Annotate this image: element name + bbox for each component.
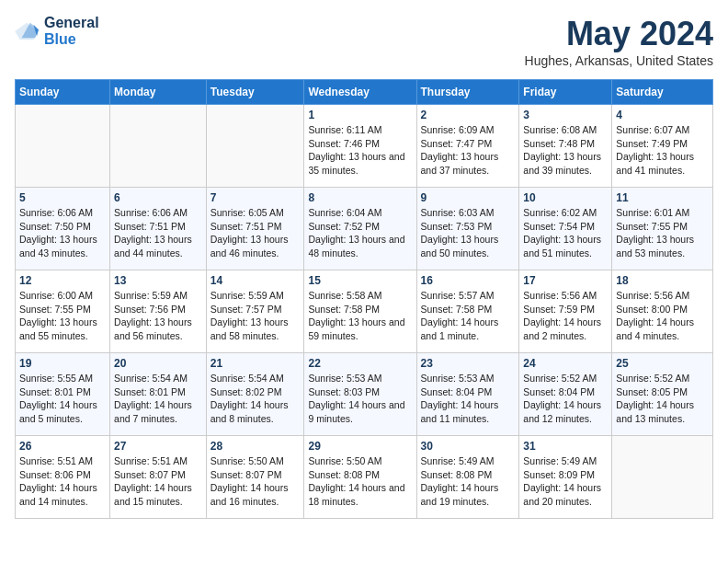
- table-row: 7Sunrise: 6:05 AM Sunset: 7:51 PM Daylig…: [206, 188, 304, 270]
- day-info: Sunrise: 5:49 AM Sunset: 8:08 PM Dayligh…: [421, 454, 516, 509]
- day-number: 24: [523, 357, 608, 370]
- table-row: 10Sunrise: 6:02 AM Sunset: 7:54 PM Dayli…: [519, 188, 612, 270]
- calendar-header: Sunday Monday Tuesday Wednesday Thursday…: [16, 80, 713, 105]
- day-number: 16: [421, 274, 516, 287]
- calendar-body: 1Sunrise: 6:11 AM Sunset: 7:46 PM Daylig…: [16, 105, 713, 519]
- logo-general: General: [44, 15, 99, 30]
- table-row: 26Sunrise: 5:51 AM Sunset: 8:06 PM Dayli…: [16, 436, 110, 519]
- table-row: 20Sunrise: 5:54 AM Sunset: 8:01 PM Dayli…: [110, 353, 207, 436]
- logo-blue: Blue: [44, 31, 76, 47]
- day-number: 21: [210, 357, 301, 370]
- day-info: Sunrise: 6:04 AM Sunset: 7:52 PM Dayligh…: [308, 206, 412, 260]
- day-info: Sunrise: 6:03 AM Sunset: 7:53 PM Dayligh…: [421, 206, 516, 260]
- logo-icon: [15, 21, 40, 41]
- table-row: 18Sunrise: 5:56 AM Sunset: 8:00 PM Dayli…: [612, 270, 713, 353]
- table-row: 23Sunrise: 5:53 AM Sunset: 8:04 PM Dayli…: [416, 353, 519, 436]
- day-info: Sunrise: 5:51 AM Sunset: 8:06 PM Dayligh…: [19, 454, 106, 509]
- week-row-2: 12Sunrise: 6:00 AM Sunset: 7:55 PM Dayli…: [16, 270, 713, 353]
- day-info: Sunrise: 5:53 AM Sunset: 8:03 PM Dayligh…: [308, 372, 412, 426]
- table-row: 9Sunrise: 6:03 AM Sunset: 7:53 PM Daylig…: [416, 188, 519, 270]
- day-info: Sunrise: 5:52 AM Sunset: 8:04 PM Dayligh…: [523, 372, 608, 426]
- day-number: 20: [114, 357, 202, 370]
- table-row: 24Sunrise: 5:52 AM Sunset: 8:04 PM Dayli…: [519, 353, 612, 436]
- table-row: 22Sunrise: 5:53 AM Sunset: 8:03 PM Dayli…: [304, 353, 416, 436]
- day-info: Sunrise: 5:54 AM Sunset: 8:02 PM Dayligh…: [210, 372, 301, 426]
- table-row: 25Sunrise: 5:52 AM Sunset: 8:05 PM Dayli…: [612, 353, 713, 436]
- table-row: 16Sunrise: 5:57 AM Sunset: 7:58 PM Dayli…: [416, 270, 519, 353]
- calendar-table: Sunday Monday Tuesday Wednesday Thursday…: [15, 79, 713, 519]
- day-info: Sunrise: 6:08 AM Sunset: 7:48 PM Dayligh…: [523, 123, 608, 178]
- week-row-3: 19Sunrise: 5:55 AM Sunset: 8:01 PM Dayli…: [16, 353, 713, 436]
- day-number: 15: [308, 274, 412, 287]
- day-info: Sunrise: 6:00 AM Sunset: 7:55 PM Dayligh…: [19, 289, 106, 343]
- day-info: Sunrise: 5:57 AM Sunset: 7:58 PM Dayligh…: [421, 289, 516, 343]
- table-row: 11Sunrise: 6:01 AM Sunset: 7:55 PM Dayli…: [612, 188, 713, 270]
- day-info: Sunrise: 6:02 AM Sunset: 7:54 PM Dayligh…: [523, 206, 608, 260]
- day-number: 9: [421, 191, 516, 204]
- title-area: May 2024 Hughes, Arkansas, United States: [525, 15, 713, 68]
- day-info: Sunrise: 6:06 AM Sunset: 7:51 PM Dayligh…: [114, 206, 202, 260]
- day-info: Sunrise: 6:07 AM Sunset: 7:49 PM Dayligh…: [616, 123, 709, 178]
- day-info: Sunrise: 5:50 AM Sunset: 8:07 PM Dayligh…: [210, 454, 301, 509]
- day-info: Sunrise: 5:53 AM Sunset: 8:04 PM Dayligh…: [421, 372, 516, 426]
- main-title: May 2024: [525, 15, 713, 53]
- day-info: Sunrise: 6:05 AM Sunset: 7:51 PM Dayligh…: [210, 206, 301, 260]
- day-number: 25: [616, 357, 709, 370]
- table-row: 3Sunrise: 6:08 AM Sunset: 7:48 PM Daylig…: [519, 105, 612, 188]
- day-info: Sunrise: 5:59 AM Sunset: 7:56 PM Dayligh…: [114, 289, 202, 343]
- table-row: 14Sunrise: 5:59 AM Sunset: 7:57 PM Dayli…: [206, 270, 304, 353]
- day-number: 14: [210, 274, 301, 287]
- day-number: 23: [421, 357, 516, 370]
- table-row: 4Sunrise: 6:07 AM Sunset: 7:49 PM Daylig…: [612, 105, 713, 188]
- day-number: 19: [19, 357, 106, 370]
- day-info: Sunrise: 5:52 AM Sunset: 8:05 PM Dayligh…: [616, 372, 709, 426]
- day-number: 3: [523, 109, 608, 121]
- day-number: 8: [308, 191, 412, 204]
- table-row: 30Sunrise: 5:49 AM Sunset: 8:08 PM Dayli…: [416, 436, 519, 519]
- day-number: 13: [114, 274, 202, 287]
- day-number: 10: [523, 191, 608, 204]
- day-info: Sunrise: 6:09 AM Sunset: 7:47 PM Dayligh…: [421, 123, 516, 178]
- day-number: 17: [523, 274, 608, 287]
- day-info: Sunrise: 6:06 AM Sunset: 7:50 PM Dayligh…: [19, 206, 106, 260]
- day-number: 5: [19, 191, 106, 204]
- day-info: Sunrise: 5:58 AM Sunset: 7:58 PM Dayligh…: [308, 289, 412, 343]
- table-row: 12Sunrise: 6:00 AM Sunset: 7:55 PM Dayli…: [16, 270, 110, 353]
- col-monday: Monday: [110, 80, 207, 105]
- logo: General Blue: [15, 15, 99, 48]
- day-info: Sunrise: 5:56 AM Sunset: 8:00 PM Dayligh…: [616, 289, 709, 343]
- col-wednesday: Wednesday: [304, 80, 416, 105]
- table-row: [110, 105, 207, 188]
- day-number: 29: [308, 440, 412, 453]
- col-tuesday: Tuesday: [206, 80, 304, 105]
- day-number: 27: [114, 440, 202, 453]
- table-row: 29Sunrise: 5:50 AM Sunset: 8:08 PM Dayli…: [304, 436, 416, 519]
- week-row-1: 5Sunrise: 6:06 AM Sunset: 7:50 PM Daylig…: [16, 188, 713, 270]
- table-row: 5Sunrise: 6:06 AM Sunset: 7:50 PM Daylig…: [16, 188, 110, 270]
- table-row: [612, 436, 713, 519]
- table-row: 15Sunrise: 5:58 AM Sunset: 7:58 PM Dayli…: [304, 270, 416, 353]
- table-row: 27Sunrise: 5:51 AM Sunset: 8:07 PM Dayli…: [110, 436, 207, 519]
- day-info: Sunrise: 5:54 AM Sunset: 8:01 PM Dayligh…: [114, 372, 202, 426]
- table-row: 13Sunrise: 5:59 AM Sunset: 7:56 PM Dayli…: [110, 270, 207, 353]
- table-row: [16, 105, 110, 188]
- col-sunday: Sunday: [16, 80, 110, 105]
- day-number: 11: [616, 191, 709, 204]
- day-number: 4: [616, 109, 709, 121]
- day-info: Sunrise: 5:51 AM Sunset: 8:07 PM Dayligh…: [114, 454, 202, 509]
- day-number: 18: [616, 274, 709, 287]
- day-number: 31: [523, 440, 608, 453]
- table-row: [206, 105, 304, 188]
- day-info: Sunrise: 5:49 AM Sunset: 8:09 PM Dayligh…: [523, 454, 608, 509]
- day-info: Sunrise: 6:01 AM Sunset: 7:55 PM Dayligh…: [616, 206, 709, 260]
- day-info: Sunrise: 6:11 AM Sunset: 7:46 PM Dayligh…: [308, 123, 412, 178]
- table-row: 1Sunrise: 6:11 AM Sunset: 7:46 PM Daylig…: [304, 105, 416, 188]
- week-row-4: 26Sunrise: 5:51 AM Sunset: 8:06 PM Dayli…: [16, 436, 713, 519]
- day-info: Sunrise: 5:56 AM Sunset: 7:59 PM Dayligh…: [523, 289, 608, 343]
- day-number: 1: [308, 109, 412, 121]
- week-row-0: 1Sunrise: 6:11 AM Sunset: 7:46 PM Daylig…: [16, 105, 713, 188]
- table-row: 31Sunrise: 5:49 AM Sunset: 8:09 PM Dayli…: [519, 436, 612, 519]
- day-number: 7: [210, 191, 301, 204]
- subtitle: Hughes, Arkansas, United States: [525, 53, 713, 68]
- day-info: Sunrise: 5:50 AM Sunset: 8:08 PM Dayligh…: [308, 454, 412, 509]
